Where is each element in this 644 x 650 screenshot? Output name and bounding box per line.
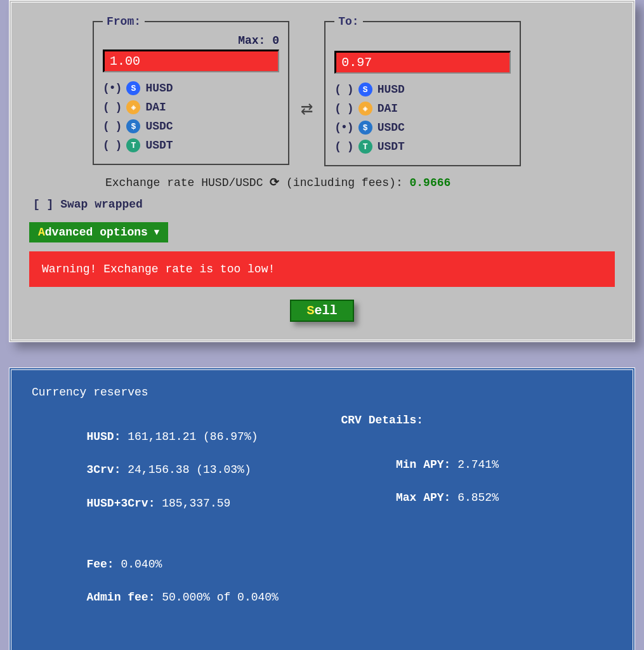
from-coin-usdc[interactable]: ( )$USDC — [103, 117, 279, 136]
to-coin-list: ( )SHUSD( )◈DAI(•)$USDC( )TUSDT — [334, 80, 511, 156]
swap-wrapped-checkbox[interactable]: [ ] Swap wrapped — [33, 198, 615, 211]
to-amount-input[interactable] — [334, 51, 511, 74]
from-coin-usdt[interactable]: ( )TUSDT — [103, 136, 279, 155]
coin-label: DAI — [378, 102, 398, 115]
usdc-icon: $ — [126, 119, 140, 133]
swap-direction-icon[interactable]: ⇄ — [301, 103, 313, 116]
from-box: From: Max: 0 (•)SHUSD( )◈DAI( )$USDC( )T… — [93, 15, 289, 165]
coin-label: USDC — [378, 121, 405, 134]
from-max: Max: 0 — [103, 34, 279, 47]
usdt-icon: T — [358, 140, 372, 154]
radio-icon: (•) — [103, 82, 121, 95]
warning-banner: Warning! Exchange rate is too low! — [29, 251, 615, 287]
from-coin-dai[interactable]: ( )◈DAI — [103, 98, 279, 117]
from-coin-husd[interactable]: (•)SHUSD — [103, 79, 279, 98]
to-coin-usdc[interactable]: (•)$USDC — [334, 118, 511, 137]
to-coin-husd[interactable]: ( )SHUSD — [334, 80, 511, 99]
radio-icon: ( ) — [334, 83, 353, 96]
usdt-icon: T — [126, 138, 140, 152]
exchange-rate-value: 0.9666 — [409, 176, 450, 189]
coin-label: HUSD — [378, 83, 405, 96]
radio-icon: ( ) — [103, 101, 121, 114]
to-legend: To: — [334, 15, 362, 28]
exchange-rate-line: Exchange rate HUSD/USDC ⟳ (including fee… — [105, 175, 615, 189]
reserves-left-col: HUSD: 161,181.21 (86.97%) 3Crv: 24,156.3… — [32, 412, 303, 650]
coin-label: USDT — [378, 140, 405, 153]
reserves-panel: Currency reserves HUSD: 161,181.21 (86.9… — [9, 368, 635, 650]
coin-label: USDT — [145, 139, 173, 152]
radio-icon: (•) — [334, 121, 353, 134]
coin-label: USDC — [145, 120, 173, 133]
coin-label: DAI — [145, 101, 166, 114]
dai-icon: ◈ — [358, 102, 372, 116]
from-coin-list: (•)SHUSD( )◈DAI( )$USDC( )TUSDT — [103, 79, 279, 155]
radio-icon: ( ) — [103, 139, 121, 152]
husd-icon: S — [126, 81, 140, 95]
coin-label: HUSD — [145, 82, 173, 95]
radio-icon: ( ) — [334, 140, 353, 153]
dai-icon: ◈ — [126, 100, 140, 114]
advanced-options-button[interactable]: Advanced options ▼ — [29, 222, 168, 242]
to-coin-dai[interactable]: ( )◈DAI — [334, 99, 511, 118]
reserves-title: Currency reserves — [32, 384, 612, 401]
radio-icon: ( ) — [334, 102, 353, 115]
from-amount-input[interactable] — [103, 50, 279, 72]
sell-button[interactable]: Sell — [290, 300, 353, 322]
refresh-icon[interactable]: ⟳ — [270, 175, 279, 189]
crv-details-col: CRV Details: Min APY: 2.741% Max APY: 6.… — [341, 412, 613, 650]
usdc-icon: $ — [358, 121, 372, 135]
from-legend: From: — [103, 15, 145, 28]
radio-icon: ( ) — [103, 120, 121, 133]
to-coin-usdt[interactable]: ( )TUSDT — [334, 137, 511, 156]
to-box: To: ( )SHUSD( )◈DAI(•)$USDC( )TUSDT — [324, 15, 521, 166]
chevron-down-icon: ▼ — [154, 227, 159, 237]
swap-panel: From: Max: 0 (•)SHUSD( )◈DAI( )$USDC( )T… — [9, 0, 635, 342]
husd-icon: S — [358, 83, 372, 96]
